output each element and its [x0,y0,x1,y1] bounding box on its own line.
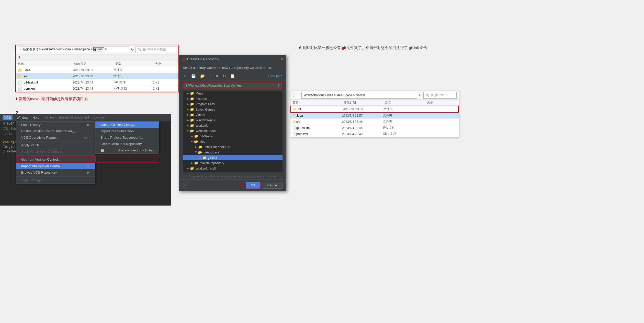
tree-item-maven-repo[interactable]: ▶ 📁 maven_repository [183,160,283,166]
search-box-2[interactable]: 🔍 在 git-test 中 [423,92,457,99]
table-row[interactable]: 📁src 2023/7/4 23:48 文件夹 [16,73,178,79]
create-git-dialog: ⬡ Create Git Repository ✕ Select directo… [179,55,286,191]
tree-item-worksoftinstall[interactable]: ▶ 📁 WorksoftInstall [183,166,283,171]
ok-button[interactable]: OK [246,182,261,189]
import-submenu: Create Git Repository... Import into Sub… [95,121,159,154]
file-type: IML 文件 [114,80,139,85]
menu-item-vcs[interactable]: VCS [3,115,13,120]
folder-icon: 📂 [190,129,194,133]
tree-item-intellij[interactable]: ▶ 📁 .IntelliJIdea2019.3.5 [183,144,283,150]
tree-item-gitspace[interactable]: ▶ 📁 git-Space [183,134,283,139]
expand-arrow: ▶ [187,167,189,170]
git-icon: ⬡ [182,57,185,62]
ide-menubar: VCS Window Help git-test [...\idea\idea-… [0,114,171,121]
import-submenu-mercurial[interactable]: Create Mercurial Repository [95,141,159,147]
tree-item-git-test[interactable]: ▶ 📁 git-test [183,155,283,160]
sort-icon[interactable]: ⬆ [18,55,21,59]
file-size: 1 KB [139,87,160,90]
file-type: IML 文件 [383,126,411,130]
folder-up-button[interactable]: ↑ [208,73,212,79]
folder-icon: 📁 [198,145,202,149]
table-row[interactable]: 📁src 2023/7/4 23:48 文件夹 [290,119,459,125]
new-folder-button[interactable]: 📁 [199,73,206,79]
help-button[interactable]: ? [183,183,188,188]
dialog-description: Select directory where the new Git repos… [179,63,286,72]
tree-item-programfiles[interactable]: ▶ 📁 Program Files [183,101,283,107]
vcs-menu-local-history[interactable]: Local History ▶ [16,122,95,128]
tree-item-ideaspace[interactable]: ▶ 📂 idea-Space [183,150,283,155]
search-placeholder-2: 在 git-test 中 [431,93,448,97]
address-bar-2: ⟨ ⟩ ↑ WorksoftAbout > idea > idea-Space … [290,91,459,100]
delete-button[interactable]: ✕ [214,73,220,79]
tree-item-zj[interactable]: ▶ 📁 zj [183,171,283,172]
table-row[interactable]: 📁.idea 2023/7/4 23:52 文件夹 [16,67,178,73]
vcs-menu-apply-patch[interactable]: Apply Patch... [16,142,95,148]
refresh-icon-2[interactable]: ↻ [419,93,422,97]
file-icon: 📄 [292,132,296,136]
refresh-icon[interactable]: ↻ [131,47,134,52]
menu-separator [16,155,95,155]
address-path-2[interactable]: WorksoftAbout > idea > idea-Space > git-… [301,92,417,99]
tree-item-worksoftabout[interactable]: ▶ 📂 WorksoftAbout [183,128,283,134]
cancel-button[interactable]: Cancel [263,182,283,189]
table-row[interactable]: 📄pom.xml 2023/7/4 23:48 XML 文档 1 KB [16,86,178,92]
table-row[interactable]: 📁.git 2023/7/4 23:56 文件夹 [290,106,459,113]
address-bar-1: ⟨ 新加卷 (E:) > WorksoftAbout > idea > idea… [16,45,178,54]
import-submenu-share-subversion[interactable]: Share Project (Subversion)... [95,134,159,141]
nav-arrow-forward-2[interactable]: ⟩ [295,93,297,97]
nav-arrow-2[interactable]: ⟨ [292,93,294,97]
vcs-menu-operations-popup[interactable]: VCS Operations Popup... Alt+` [16,134,95,141]
tree-item-savedgames[interactable]: ▶ 📁 Saved Games [183,107,283,112]
import-submenu-github[interactable]: ⬤ Share Project on GitHub [95,147,159,153]
git-directory-tree[interactable]: ▶ 📁 Music ▶ 📁 Pictures ▶ 📁 Program Files… [183,91,283,172]
file-type: XML 文档 [383,132,411,136]
hide-path-button[interactable]: Hide path [268,74,283,78]
tree-item-worksoft[interactable]: ▶ 📁 Worksoft [183,123,283,128]
step-3-label: 3 [88,157,90,162]
file-explorer-1: ⟨ 新加卷 (E:) > WorksoftAbout > idea > idea… [15,45,179,92]
import-submenu-subversion[interactable]: Import into Subversion... [95,128,159,134]
menu-label: VCS Operations Popup... [21,136,59,139]
nav-up-2[interactable]: ↑ [298,93,300,97]
menu-item-help[interactable]: Help [32,116,39,119]
search-icon-2: 🔍 [426,93,430,97]
search-box-1[interactable]: 🔍 在 git-test 中搜索 [135,46,176,53]
tree-item-windowsapps[interactable]: ▶ 📁 WindowsApps [183,117,283,123]
copy-path-button[interactable]: 📋 [229,73,236,79]
table-row[interactable]: 📄git-test.iml 2023/7/4 23:48 IML 文件 1 KB [16,79,178,86]
tree-item-music[interactable]: ▶ 📁 Music [183,91,283,96]
vcs-menu-browse-vcs[interactable]: Browse VCS Repository ▶ [16,169,95,176]
expand-arrow: ▶ [187,92,189,95]
vcs-menu-enable-vcs[interactable]: Enable Version Control Integration... [16,128,95,134]
tree-item-label: git-Space [200,135,213,138]
tree-item-pictures[interactable]: ▶ 📁 Pictures [183,96,283,101]
file-type: 文件夹 [114,68,139,72]
dialog-close-button[interactable]: ✕ [280,57,284,62]
folder-icon: 📁 [292,120,296,124]
vcs-menu-import-vcs[interactable]: Import into Version Control ▶ [16,163,95,169]
col-header-type-2: 类型 [385,100,413,105]
tree-item-videos[interactable]: ▶ 📁 Videos [183,112,283,117]
home-button[interactable]: ⌂ [183,73,188,79]
annotation-6: 6.此时对比第一步已经有.git文件夹了。相当于对这个项目执行了 git ini… [299,45,442,51]
menu-item-window[interactable]: Window [17,116,28,119]
vcs-menu-get-from-vcs[interactable]: Get from Version Control... 3 [16,156,95,163]
refresh-button[interactable]: ↻ [221,73,227,79]
tree-item-idea[interactable]: ▶ 📂 idea [183,139,283,144]
vcs-menu-sync-settings: Sync Settings [16,177,95,183]
table-row[interactable]: 📄git-test.iml 2023/7/4 23:48 IML 文件 [290,125,459,131]
import-submenu-create-git[interactable]: Create Git Repository... [95,122,159,128]
file-date: 2023/7/4 23:48 [342,126,383,130]
file-date: 2023/7/4 23:48 [73,87,114,90]
git-path-input[interactable]: E:\WorksoftAbout\idea\idea-Space\git-tes… [183,82,283,89]
file-date: 2023/7/4 23:57 [342,114,383,117]
table-row[interactable]: 📁.idea 2023/7/4 23:57 文件夹 [290,113,459,119]
menu-label: Create Git Repository... [100,123,135,127]
folder-icon: 📁 [190,172,194,172]
file-date: 2023/7/4 23:48 [73,81,114,84]
table-row[interactable]: 📄pom.xml 2023/7/4 23:48 XML 文档 [290,131,459,137]
drive-button[interactable]: 💾 [189,73,197,79]
address-path-1[interactable]: ⟨ 新加卷 (E:) > WorksoftAbout > idea > idea… [18,46,129,53]
address-text-2: WorksoftAbout > idea > idea-Space > git-… [304,93,365,97]
address-nav-arrow: ⟨ [20,48,21,51]
